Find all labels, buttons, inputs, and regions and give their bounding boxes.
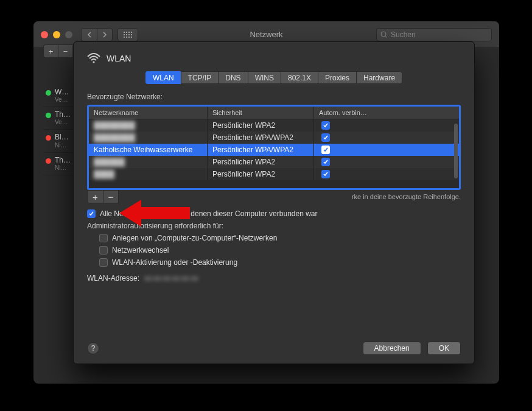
table-row[interactable]: ████████ Persönlicher WPA2 bbox=[89, 119, 459, 132]
tab-tcpip[interactable]: TCP/IP bbox=[181, 71, 219, 84]
preferred-networks-label: Bevorzugte Netzwerke: bbox=[87, 93, 461, 101]
service-name: Th… bbox=[55, 111, 71, 119]
traffic-lights bbox=[41, 31, 72, 38]
tab-wins[interactable]: WINS bbox=[248, 71, 281, 84]
svg-point-2 bbox=[93, 61, 94, 63]
admin-auth-label: Administratorautorisierung erforderlich … bbox=[87, 222, 461, 230]
admin-opt-row: Anlegen von „Computer-zu-Computer“-Netzw… bbox=[99, 234, 461, 242]
table-scrollbar[interactable] bbox=[454, 124, 458, 178]
col-security[interactable]: Sicherheit bbox=[208, 107, 314, 119]
show-all-button[interactable] bbox=[117, 28, 138, 41]
help-button[interactable]: ? bbox=[87, 342, 99, 354]
tab-8021x[interactable]: 802.1X bbox=[281, 71, 318, 84]
network-security: Persönlicher WPA2 bbox=[208, 167, 314, 181]
admin-opt-label: WLAN-Aktivierung oder -Deaktivierung bbox=[112, 258, 237, 267]
admin-auth-options: Anlegen von „Computer-zu-Computer“-Netzw… bbox=[99, 234, 461, 267]
tab-wlan[interactable]: WLAN bbox=[145, 71, 181, 84]
status-dot-icon bbox=[46, 135, 51, 141]
admin-opt-label: Anlegen von „Computer-zu-Computer“-Netzw… bbox=[112, 234, 277, 242]
network-security: Persönlicher WPA2 bbox=[208, 119, 314, 132]
cancel-button[interactable]: Abbrechen bbox=[363, 342, 421, 355]
table-row[interactable]: ██████ Persönlicher WPA2 bbox=[89, 156, 459, 168]
col-auto[interactable]: Autom. verbin… bbox=[314, 107, 459, 119]
auto-connect-checkbox[interactable] bbox=[321, 170, 330, 178]
wlan-address-row: WLAN-Adresse: xx:xx:xx:xx:xx:xx bbox=[87, 274, 461, 283]
auto-connect-checkbox[interactable] bbox=[321, 158, 330, 166]
network-name: ████████ bbox=[94, 133, 135, 142]
service-status: Ve… bbox=[55, 119, 71, 125]
nav-buttons bbox=[81, 28, 113, 41]
ok-button[interactable]: OK bbox=[427, 342, 461, 355]
admin-opt-checkbox[interactable] bbox=[99, 234, 108, 242]
search-input[interactable]: Suchen bbox=[376, 28, 492, 41]
sheet-footer: ? Abbrechen OK bbox=[87, 342, 461, 355]
remove-network-button[interactable]: − bbox=[103, 190, 119, 203]
remember-networks-checkbox[interactable] bbox=[87, 209, 96, 218]
service-name: W… bbox=[55, 88, 69, 96]
admin-opt-label: Netzwerkwechsel bbox=[112, 246, 169, 255]
network-name: ████████ bbox=[94, 121, 135, 130]
service-status: Ve… bbox=[55, 96, 69, 103]
tabbar: WLAN TCP/IP DNS WINS 802.1X Proxies Hard… bbox=[87, 71, 461, 84]
network-name: Katholische Weihwasserwerke bbox=[89, 143, 208, 156]
close-icon[interactable] bbox=[41, 31, 48, 38]
table-row[interactable]: Katholische Weihwasserwerke Persönlicher… bbox=[89, 144, 459, 156]
col-name[interactable]: Netzwerkname bbox=[89, 107, 208, 119]
network-name: ████ bbox=[94, 170, 114, 178]
service-name: Bl… bbox=[55, 133, 69, 141]
admin-opt-row: WLAN-Aktivierung oder -Deaktivierung bbox=[99, 258, 461, 267]
add-service-button[interactable]: + bbox=[43, 44, 58, 58]
sheet-title: WLAN bbox=[107, 54, 131, 63]
wlan-advanced-sheet: WLAN WLAN TCP/IP DNS WINS 802.1X Proxies… bbox=[73, 41, 475, 364]
table-row[interactable]: ████████ Persönlicher WPA/WPA2 bbox=[89, 132, 459, 144]
admin-opt-checkbox[interactable] bbox=[99, 246, 108, 255]
network-add-remove: + − rke in deine bevorzugte Reihenfolge. bbox=[87, 190, 461, 203]
tab-proxies[interactable]: Proxies bbox=[318, 71, 356, 84]
add-network-button[interactable]: + bbox=[87, 190, 103, 203]
maximize-icon[interactable] bbox=[65, 31, 72, 38]
service-name: Th… bbox=[55, 156, 71, 164]
wlan-address-label: WLAN-Adresse: bbox=[87, 274, 139, 283]
svg-point-0 bbox=[381, 32, 386, 37]
status-dot-icon bbox=[46, 90, 51, 96]
forward-button[interactable] bbox=[97, 28, 113, 41]
status-dot-icon bbox=[46, 158, 51, 164]
status-dot-icon bbox=[46, 113, 51, 118]
tab-hardware[interactable]: Hardware bbox=[356, 71, 402, 84]
service-status: Ni… bbox=[55, 164, 71, 171]
admin-opt-row: Netzwerkwechsel bbox=[99, 246, 461, 255]
table-body: ████████ Persönlicher WPA2 ████████ Pers… bbox=[89, 119, 459, 180]
remember-networks-row: Alle Netzwerke merken, mit denen dieser … bbox=[87, 209, 461, 218]
auto-connect-checkbox[interactable] bbox=[321, 146, 330, 154]
wifi-icon bbox=[87, 53, 100, 64]
network-name: ██████ bbox=[94, 158, 125, 166]
search-placeholder: Suchen bbox=[391, 30, 416, 39]
tab-dns[interactable]: DNS bbox=[218, 71, 247, 84]
minimize-icon[interactable] bbox=[53, 31, 60, 38]
table-header: Netzwerkname Sicherheit Autom. verbin… bbox=[89, 107, 459, 119]
drag-hint: rke in deine bevorzugte Reihenfolge. bbox=[352, 193, 461, 200]
remember-networks-label: Alle Netzwerke merken, mit denen dieser … bbox=[100, 209, 318, 218]
grid-icon bbox=[124, 32, 132, 38]
network-security: Persönlicher WPA/WPA2 bbox=[208, 131, 314, 144]
auto-connect-checkbox[interactable] bbox=[321, 133, 330, 142]
table-row[interactable]: ████ Persönlicher WPA2 bbox=[89, 168, 459, 180]
network-security: Persönlicher WPA/WPA2 bbox=[208, 143, 314, 156]
auto-connect-checkbox[interactable] bbox=[321, 121, 330, 130]
wlan-address-value: xx:xx:xx:xx:xx:xx bbox=[144, 274, 198, 283]
remove-service-button[interactable]: − bbox=[58, 44, 72, 58]
admin-opt-checkbox[interactable] bbox=[99, 258, 108, 267]
sheet-header: WLAN bbox=[87, 53, 461, 64]
service-status: Ni… bbox=[55, 142, 69, 149]
network-security: Persönlicher WPA2 bbox=[208, 155, 314, 169]
preferred-networks-table: Netzwerkname Sicherheit Autom. verbin… █… bbox=[87, 105, 461, 190]
search-icon bbox=[380, 31, 388, 38]
back-button[interactable] bbox=[81, 28, 97, 41]
